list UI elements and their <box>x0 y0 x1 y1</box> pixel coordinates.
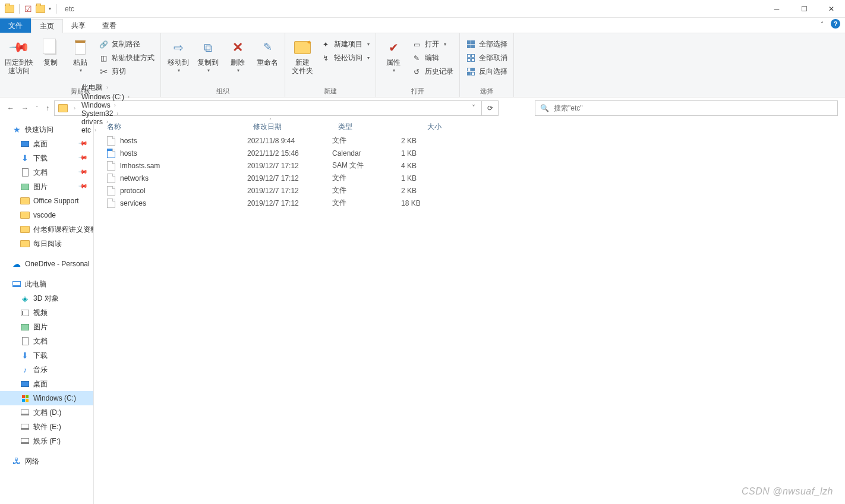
refresh-button[interactable]: ⟳ <box>482 100 499 116</box>
delete-button[interactable]: ✕删除▾ <box>224 37 251 74</box>
close-button[interactable]: ✕ <box>818 0 845 18</box>
tree-item[interactable]: 文档 <box>0 334 93 348</box>
tab-view[interactable]: 查看 <box>94 18 125 33</box>
tree-item[interactable]: 桌面📌 <box>0 137 93 151</box>
copy-icon <box>45 40 56 55</box>
breadcrumb-segment[interactable]: 此电脑› <box>79 83 132 93</box>
tree-item-label: 文档 <box>33 168 48 178</box>
tree-thispc[interactable]: 此电脑 <box>0 277 93 291</box>
paste-button[interactable]: 粘贴 ▾ <box>67 37 94 74</box>
qat-customize-icon[interactable]: ▾ <box>49 6 51 11</box>
tab-share[interactable]: 共享 <box>63 18 94 33</box>
column-name[interactable]: 名称 <box>94 119 247 134</box>
tree-item[interactable]: Windows (C:) <box>0 391 93 405</box>
cut-button[interactable]: ✂剪切 <box>96 65 157 78</box>
file-row[interactable]: lmhosts.sam 2019/12/7 17:12 SAM 文件 4 KB <box>94 159 845 172</box>
chevron-right-icon[interactable]: › <box>114 102 116 108</box>
tree-item[interactable]: 文档📌 <box>0 165 93 179</box>
nav-tree[interactable]: ★快速访问 桌面📌⬇下载📌文档📌图片📌Office Supportvscode付… <box>0 119 94 504</box>
tree-item[interactable]: 桌面 <box>0 377 93 391</box>
tree-item[interactable]: 图片 <box>0 320 93 334</box>
breadcrumb-segment[interactable]: Windows (C:)› <box>79 93 132 101</box>
selectnone-icon <box>466 53 475 63</box>
tree-item[interactable]: vscode <box>0 208 93 222</box>
tree-item-icon <box>20 323 30 331</box>
separator <box>19 4 20 14</box>
copy-path-button[interactable]: 🔗复制路径 <box>96 38 157 51</box>
recent-locations-button[interactable]: ˅ <box>36 105 39 111</box>
window-controls: ─ ☐ ✕ <box>763 0 845 18</box>
minimize-ribbon-button[interactable]: ˄ <box>821 21 824 27</box>
tree-quickaccess[interactable]: ★快速访问 <box>0 122 93 137</box>
column-size[interactable]: 大小 <box>401 119 447 134</box>
newitem-button[interactable]: ✦新建项目▾ <box>319 38 372 51</box>
tree-item[interactable]: ⬇下载📌 <box>0 151 93 165</box>
minimize-button[interactable]: ─ <box>763 0 790 18</box>
pin-to-quickaccess-button[interactable]: 📌 固定到快 速访问 <box>4 37 34 75</box>
tree-onedrive[interactable]: ☁OneDrive - Personal <box>0 257 93 271</box>
tree-network[interactable]: 🖧网络 <box>0 454 93 468</box>
easyaccess-button[interactable]: ↯轻松访问▾ <box>319 52 372 64</box>
qat-newfolder-icon[interactable] <box>36 5 45 13</box>
file-row[interactable]: services 2019/12/7 17:12 文件 18 KB <box>94 197 845 209</box>
tree-item[interactable]: 文档 (D:) <box>0 405 93 420</box>
tree-item-label: 每日阅读 <box>33 239 62 249</box>
file-size: 18 KB <box>401 199 447 207</box>
properties-button[interactable]: ✔属性▾ <box>380 37 407 74</box>
tree-item[interactable]: 图片📌 <box>0 179 93 194</box>
label: 粘贴 <box>73 58 87 67</box>
tab-home[interactable]: 主页 <box>31 19 63 33</box>
file-row[interactable]: hosts 2021/11/2 15:46 Calendar 1 KB <box>94 147 845 159</box>
chevron-right-icon[interactable]: › <box>128 94 130 100</box>
file-row[interactable]: networks 2019/12/7 17:12 文件 1 KB <box>94 172 845 184</box>
chevron-right-icon[interactable]: › <box>116 111 118 116</box>
forward-button[interactable]: → <box>21 104 29 112</box>
tree-item[interactable]: 软件 (E:) <box>0 420 93 434</box>
copy-button[interactable]: 复制 <box>37 37 64 67</box>
tab-file[interactable]: 文件 <box>0 18 31 33</box>
breadcrumb-segment[interactable]: System32› <box>79 109 132 118</box>
tree-item[interactable]: 娱乐 (F:) <box>0 434 93 448</box>
edit-button[interactable]: ✎编辑 <box>409 52 456 64</box>
invert-button[interactable]: 反向选择 <box>464 65 510 78</box>
newfolder-button[interactable]: 新建 文件夹 <box>289 37 316 75</box>
tree-item[interactable]: 付老师课程讲义资料 <box>0 222 93 237</box>
chevron-right-icon[interactable]: › <box>106 84 108 90</box>
ribbon-group-select: 全部选择 全部取消 反向选择 选择 <box>460 33 514 97</box>
file-row[interactable]: protocol 2019/12/7 17:12 文件 2 KB <box>94 184 845 197</box>
open-button[interactable]: ▭打开▾ <box>409 38 456 51</box>
address-bar[interactable]: › 此电脑›Windows (C:)›Windows›System32›driv… <box>54 100 482 116</box>
help-icon[interactable]: ? <box>831 19 840 29</box>
qat-properties-icon[interactable]: ☑ <box>24 4 32 14</box>
paste-shortcut-button[interactable]: ◫粘贴快捷方式 <box>96 52 157 64</box>
breadcrumb-segment[interactable]: Windows› <box>79 101 132 109</box>
selectnone-button[interactable]: 全部取消 <box>464 52 510 64</box>
tree-item[interactable]: 每日阅读 <box>0 237 93 251</box>
tree-item[interactable]: 视频 <box>0 305 93 320</box>
tree-item[interactable]: ⬇下载 <box>0 348 93 363</box>
search-box[interactable]: 🔍 <box>535 100 838 116</box>
copyto-button[interactable]: ⧉复制到▾ <box>194 37 222 74</box>
up-button[interactable]: ↑ <box>46 104 49 112</box>
search-input[interactable] <box>554 104 833 112</box>
file-icon <box>107 174 115 183</box>
chevron-right-icon[interactable]: › <box>74 105 75 111</box>
tree-item[interactable]: ♪音乐 <box>0 363 93 377</box>
tree-item[interactable]: ◈3D 对象 <box>0 291 93 305</box>
app-icon[interactable] <box>5 5 14 13</box>
column-date[interactable]: 修改日期 <box>247 119 332 134</box>
column-type[interactable]: 类型 <box>332 119 401 134</box>
moveto-button[interactable]: ⇨移动到▾ <box>165 37 192 74</box>
history-button[interactable]: ↺历史记录 <box>409 65 456 78</box>
address-dropdown-button[interactable]: ˅ <box>467 104 480 112</box>
label: 打开 <box>425 39 439 49</box>
tree-item-icon <box>20 394 30 402</box>
selectall-button[interactable]: 全部选择 <box>464 38 510 51</box>
rename-button[interactable]: ✎重命名 <box>254 37 281 67</box>
tree-item-icon: ⬇ <box>20 154 30 162</box>
file-row[interactable]: hosts 2021/11/8 9:44 文件 2 KB <box>94 134 845 147</box>
maximize-button[interactable]: ☐ <box>790 0 818 18</box>
tree-item[interactable]: Office Support <box>0 194 93 208</box>
back-button[interactable]: ← <box>7 104 14 112</box>
tree-item-label: 3D 对象 <box>33 294 59 304</box>
